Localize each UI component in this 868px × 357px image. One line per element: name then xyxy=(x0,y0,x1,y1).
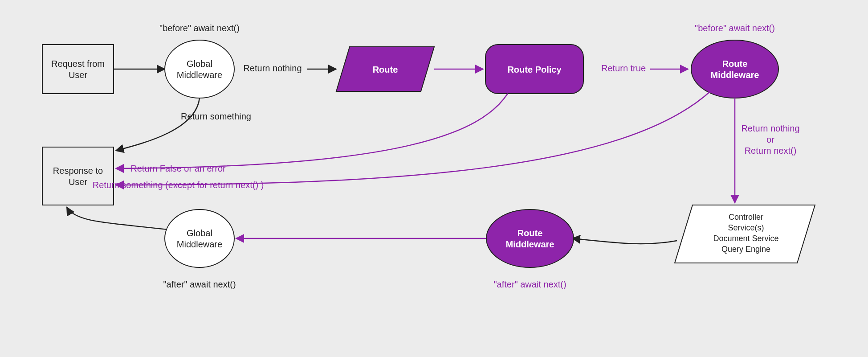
node-request-line1: Request from xyxy=(51,59,105,69)
policy-label: Route Policy xyxy=(507,65,562,74)
rmw1-line2: Middleware xyxy=(711,70,759,80)
rmw2-l2: Middleware xyxy=(506,239,554,249)
rmw1-line1: Route xyxy=(722,59,748,69)
rmw-down-2: or xyxy=(766,135,774,144)
rmw2-caption: "after" await next() xyxy=(493,279,566,289)
edge-gm-route-label: Return nothing xyxy=(243,63,302,73)
svg-point-10 xyxy=(486,209,574,267)
rmw-down-1: Return nothing xyxy=(741,123,799,133)
rmw-down-3: Return next() xyxy=(745,146,797,156)
edge-rmw-resp-label: Return something (except for return next… xyxy=(93,180,264,190)
node-route: Route xyxy=(336,47,434,91)
gm2-caption: "after" await next() xyxy=(163,279,236,289)
route-label: Route xyxy=(373,65,398,74)
ctrl-l3: Document Service xyxy=(713,234,778,243)
gm2-l2: Middleware xyxy=(177,239,222,249)
gm1-caption: "before" await next() xyxy=(159,23,240,33)
diagram-canvas: Request from User Global Middleware "bef… xyxy=(0,0,868,357)
gm1-line1: Global xyxy=(187,59,212,69)
ctrl-l4: Query Engine xyxy=(721,245,770,254)
ctrl-l1: Controller xyxy=(729,213,763,222)
node-route-policy: Route Policy xyxy=(485,45,583,94)
resp-line1: Response to xyxy=(53,166,103,176)
node-request-line2: User xyxy=(69,70,88,80)
rmw1-caption: "before" await next() xyxy=(695,23,775,33)
gm1-line2: Middleware xyxy=(177,70,222,80)
edge-gm-resp-label: Return something xyxy=(181,111,251,121)
svg-point-11 xyxy=(165,209,234,267)
node-controllers: Controller Service(s) Document Service Q… xyxy=(675,205,815,263)
edge-policy-rmw-label: Return true xyxy=(601,63,646,73)
edge-policy-resp-label: Return False or an error xyxy=(130,164,226,173)
gm2-l1: Global xyxy=(187,228,212,238)
rmw2-l1: Route xyxy=(518,228,543,238)
ctrl-l2: Service(s) xyxy=(728,223,764,232)
resp-line2: User xyxy=(69,177,88,187)
svg-point-6 xyxy=(691,40,778,98)
svg-point-1 xyxy=(165,40,234,98)
